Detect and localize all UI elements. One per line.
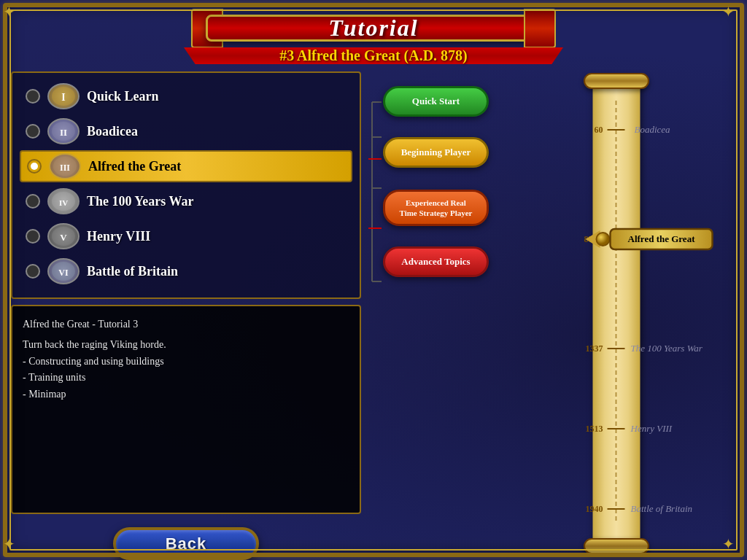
radio-6 [26,264,40,279]
right-content: Quick Start Beginning Player Experienced… [368,71,736,560]
scroll-bottom-roller [584,538,649,554]
description-line-4: - Minimap [23,386,349,402]
radio-3 [27,159,42,174]
icon-2: II [47,118,80,144]
tutorial-list: I Quick Learn II Boadicea [11,71,361,299]
corner-tr: ✦ [722,3,744,25]
item-label-4: The 100 Years War [87,194,194,209]
item-label-1: Quick Learn [87,89,159,104]
icon-1: I [47,83,80,109]
icon-6: VI [47,258,80,284]
icon-5: V [47,223,80,249]
skill-btn-quick-start[interactable]: Quick Start [383,86,489,117]
svg-text:IV: IV [59,198,68,207]
corner-tl: ✦ [3,3,25,25]
skill-buttons: Quick Start Beginning Player Experienced… [383,82,489,283]
bracket-svg [368,86,383,298]
back-button[interactable]: Back [113,527,259,560]
svg-text:1337: 1337 [586,343,603,354]
scroll-top-roller [584,73,649,89]
svg-text:V: V [60,232,67,243]
radio-2 [26,124,40,139]
icon-3: III [49,153,81,179]
svg-text:Alfred the Great: Alfred the Great [628,233,696,244]
svg-text:Henry VIII: Henry VIII [630,423,673,434]
timeline-svg: 60 Boadicea 878 Alfred the Great 1337 [496,64,736,560]
radio-4 [26,194,40,209]
skills-area: Quick Start Beginning Player Experienced… [368,71,489,560]
subtitle-ribbon: #3 Alfred the Great (A.D. 878) [184,47,563,64]
tutorial-item-6[interactable]: VI Battle of Britain [20,255,352,287]
description-title: Alfred the Great - Tutorial 3 [23,316,349,332]
svg-text:VI: VI [58,268,69,278]
svg-text:II: II [60,127,67,138]
skill-btn-beginning[interactable]: Beginning Player [383,137,489,168]
description-line-2: - Constructing and using buildings [23,354,349,370]
tutorial-item-5[interactable]: V Henry VIII [20,220,352,252]
svg-text:60: 60 [595,125,603,135]
tutorial-item-2[interactable]: II Boadicea [20,115,352,147]
main-content: Tutorial #3 Alfred the Great (A.D. 878) … [11,11,736,549]
svg-text:1513: 1513 [586,424,603,434]
description-line-1: Turn back the raging Viking horde. [23,337,349,353]
skill-btn-advanced[interactable]: Advanced Topics [383,246,489,277]
svg-text:1940: 1940 [586,504,603,514]
tutorial-banner: Tutorial [206,15,541,42]
tutorial-item-3[interactable]: III Alfred the Great [20,150,352,182]
subtitle-text: #3 Alfred the Great (A.D. 878) [279,47,468,64]
svg-text:The 100 Years War: The 100 Years War [631,343,703,354]
description-line-3: - Training units [23,370,349,386]
item-label-5: Henry VIII [87,229,150,244]
corner-br: ✦ [722,535,744,557]
timeline-container: 60 Boadicea 878 Alfred the Great 1337 [496,64,736,560]
content-area: I Quick Learn II Boadicea [11,71,736,560]
description-box: Alfred the Great - Tutorial 3 Turn back … [11,305,361,514]
back-button-container: Back [11,527,361,560]
svg-point-26 [597,233,610,246]
tutorial-item-4[interactable]: IV The 100 Years War [20,185,352,217]
svg-text:I: I [61,92,65,103]
svg-text:Battle of Britain: Battle of Britain [631,503,693,514]
tutorial-item-1[interactable]: I Quick Learn [20,80,352,112]
corner-bl: ✦ [3,535,25,557]
icon-4: IV [47,188,80,214]
item-label-6: Battle of Britain [87,264,178,279]
left-panel: I Quick Learn II Boadicea [11,71,361,560]
page-title: Tutorial [328,15,418,42]
skill-btn-experienced[interactable]: Experienced RealTime Strategy Player [383,190,489,226]
svg-text:III: III [60,163,70,173]
item-label-3: Alfred the Great [88,159,181,174]
radio-5 [26,229,40,244]
item-label-2: Boadicea [87,124,138,139]
radio-1 [26,89,40,104]
svg-text:Boadicea: Boadicea [635,124,671,135]
